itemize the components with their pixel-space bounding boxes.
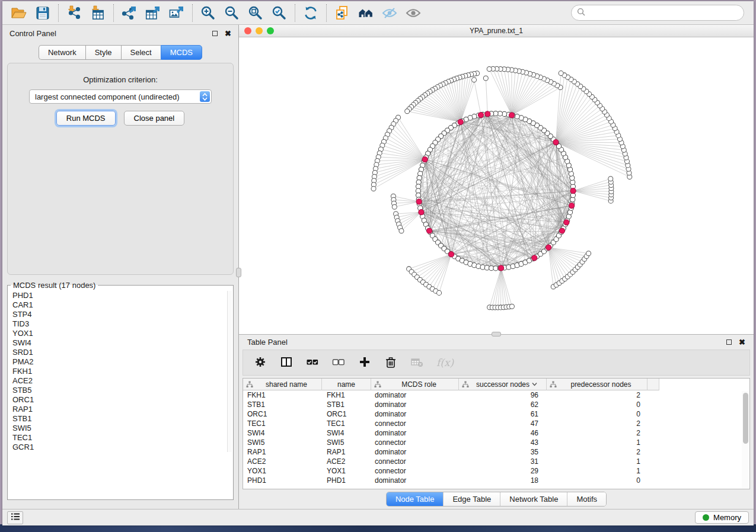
- mcds-result-item[interactable]: SWI5: [12, 424, 228, 433]
- mcds-result-item[interactable]: ACE2: [12, 376, 228, 386]
- run-mcds-button[interactable]: Run MCDS: [56, 111, 116, 126]
- show-all-button[interactable]: [404, 4, 423, 23]
- select-all-button[interactable]: [306, 355, 319, 370]
- mcds-result-item[interactable]: SWI4: [12, 338, 228, 348]
- function-builder-icon: f(x): [436, 357, 454, 368]
- float-table-panel-icon[interactable]: [726, 339, 732, 345]
- window-maximize-icon[interactable]: [267, 27, 274, 34]
- close-panel-icon[interactable]: ✖: [225, 30, 231, 37]
- table-scrollbar[interactable]: [742, 391, 749, 488]
- mcds-result-item[interactable]: TEC1: [12, 433, 228, 443]
- export-table-button[interactable]: [143, 4, 162, 23]
- table-row[interactable]: STB1STB1dominator620: [243, 400, 749, 409]
- tab-select[interactable]: Select: [121, 45, 161, 60]
- save-button[interactable]: [33, 4, 52, 23]
- tab-network-table[interactable]: Network Table: [500, 492, 567, 506]
- column-header-shared-name[interactable]: shared name: [243, 379, 322, 390]
- tab-motifs[interactable]: Motifs: [567, 492, 606, 506]
- table-cell: PHD1: [322, 476, 371, 485]
- mcds-result-item[interactable]: STP4: [12, 310, 228, 319]
- window-minimize-icon[interactable]: [256, 27, 263, 34]
- export-network-button[interactable]: [120, 4, 139, 23]
- zoom-out-icon: [224, 5, 240, 21]
- mcds-result-item[interactable]: PMA2: [12, 357, 228, 367]
- add-row-button[interactable]: [358, 355, 371, 370]
- table-cell: connector: [371, 419, 459, 428]
- duplicate-network-button[interactable]: [333, 4, 352, 23]
- column-header-successor-nodes[interactable]: successor nodes: [459, 379, 547, 390]
- table-cell: dominator: [371, 391, 459, 399]
- open-button[interactable]: [9, 4, 28, 23]
- mcds-result-item[interactable]: RAP1: [12, 405, 228, 414]
- table-row[interactable]: RAP1RAP1dominator352: [243, 447, 749, 457]
- zoom-fit-button[interactable]: [246, 4, 265, 23]
- criterion-select[interactable]: largest connected component (undirected): [29, 89, 212, 104]
- table-row[interactable]: TEC1TEC1connector472: [243, 419, 749, 428]
- deselect-all-button[interactable]: [332, 355, 345, 370]
- zoom-selected-button[interactable]: [270, 4, 289, 23]
- column-header-predecessor-nodes[interactable]: predecessor nodes: [547, 379, 647, 390]
- panel-splitter-handle[interactable]: [236, 268, 241, 277]
- show-columns-button[interactable]: [280, 355, 293, 370]
- memory-button[interactable]: Memory: [695, 511, 749, 524]
- table-splitter-handle[interactable]: [492, 332, 501, 336]
- table-cell: TEC1: [322, 419, 371, 428]
- import-table-button[interactable]: [88, 4, 107, 23]
- table-row[interactable]: SWI5SWI5connector431: [243, 438, 749, 447]
- mcds-result-list[interactable]: PHD1CAR1STP4TID3YOX1SWI4SRD1PMA2FKH1ACE2…: [8, 290, 233, 453]
- table-row[interactable]: ORC1ORC1dominator610: [243, 409, 749, 419]
- column-header-name[interactable]: name: [322, 379, 371, 390]
- tab-edge-table[interactable]: Edge Table: [444, 492, 500, 506]
- table-row[interactable]: SWI4SWI4dominator462: [243, 428, 749, 438]
- search-input[interactable]: [589, 8, 738, 17]
- hide-selected-button[interactable]: [380, 4, 399, 23]
- delete-row-button[interactable]: [384, 355, 397, 370]
- network-canvas[interactable]: [239, 37, 754, 334]
- tab-mcds[interactable]: MCDS: [161, 45, 202, 60]
- zoom-in-button[interactable]: [199, 4, 218, 23]
- table-row[interactable]: PHD1PHD1dominator180: [243, 476, 749, 485]
- close-table-panel-icon[interactable]: ✖: [739, 338, 745, 346]
- task-history-button[interactable]: [7, 511, 23, 524]
- table-cell: 0: [547, 476, 647, 485]
- table-cell: 31: [459, 457, 547, 466]
- mcds-result-item[interactable]: ORC1: [12, 395, 228, 405]
- result-list-scrollbar[interactable]: [227, 291, 232, 452]
- table-cell: dominator: [371, 448, 459, 456]
- export-image-button[interactable]: [167, 4, 186, 23]
- float-panel-icon[interactable]: [212, 31, 218, 36]
- mcds-result-item[interactable]: FKH1: [12, 367, 228, 376]
- column-header-MCDS-role[interactable]: MCDS role: [371, 379, 459, 390]
- table-cell: 2: [547, 391, 647, 399]
- zoom-out-button[interactable]: [222, 4, 241, 23]
- table-tabs-bar: Node TableEdge TableNetwork TableMotifs: [241, 489, 751, 509]
- refresh-view-button[interactable]: [301, 4, 320, 23]
- close-panel-button[interactable]: Close panel: [124, 111, 185, 126]
- table-row[interactable]: FKH1FKH1dominator962: [243, 390, 749, 400]
- import-table-icon: [90, 5, 106, 21]
- table-row[interactable]: ACE2ACE2connector311: [243, 457, 749, 466]
- window-close-icon[interactable]: [244, 27, 251, 34]
- table-cell: 35: [459, 448, 547, 456]
- mcds-result-item[interactable]: TID3: [12, 319, 228, 329]
- tab-style[interactable]: Style: [85, 45, 121, 60]
- table-cell: 0: [547, 400, 647, 409]
- first-neighbors-button[interactable]: [356, 4, 375, 23]
- tab-network[interactable]: Network: [39, 45, 85, 60]
- main-toolbar: [2, 1, 754, 25]
- mcds-result-item[interactable]: CAR1: [12, 300, 228, 310]
- mcds-result-item[interactable]: STB5: [12, 386, 228, 395]
- settings-button[interactable]: [254, 355, 267, 370]
- tab-node-table[interactable]: Node Table: [387, 492, 444, 506]
- import-network-button[interactable]: [65, 4, 84, 23]
- table-row[interactable]: YOX1YOX1connector291: [243, 466, 749, 476]
- mcds-result-item[interactable]: PHD1: [12, 291, 228, 300]
- network-window-titlebar[interactable]: YPA_prune.txt_1: [239, 25, 754, 37]
- mcds-result-item[interactable]: SRD1: [12, 348, 228, 357]
- table-cell: SWI5: [322, 438, 371, 447]
- table-scrollbar-thumb[interactable]: [743, 393, 748, 444]
- mcds-result-item[interactable]: YOX1: [12, 329, 228, 338]
- mcds-result-item[interactable]: GCR1: [12, 443, 228, 452]
- toolbar-separator: [192, 4, 193, 22]
- mcds-result-item[interactable]: STB1: [12, 414, 228, 424]
